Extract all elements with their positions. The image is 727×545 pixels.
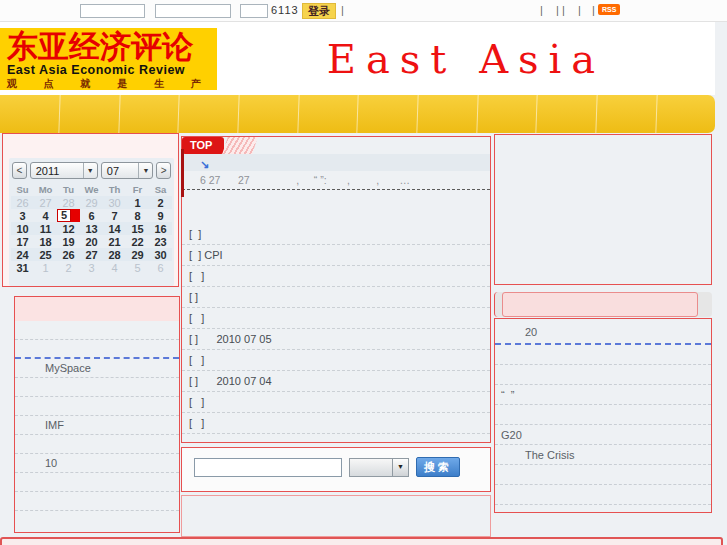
login-button[interactable]: 登录	[302, 3, 336, 19]
calendar-day[interactable]: 27	[80, 248, 103, 261]
password-field[interactable]	[155, 4, 231, 18]
calendar-day[interactable]: 18	[34, 235, 57, 248]
calendar-prev-button[interactable]: <	[12, 162, 27, 179]
calendar-day[interactable]: 1	[126, 196, 149, 209]
article-item[interactable]: [ ]	[182, 308, 490, 329]
calendar-day[interactable]: 21	[103, 235, 126, 248]
list-item[interactable]: G20	[495, 425, 711, 445]
article-item[interactable]: [ ]	[182, 224, 490, 245]
calendar-day[interactable]: 17	[11, 235, 34, 248]
panel-accent	[181, 149, 184, 197]
tab-stripe-decoration	[223, 137, 259, 154]
calendar-day[interactable]: 6	[149, 261, 172, 274]
tab-top[interactable]: TOP	[182, 137, 224, 154]
article-item[interactable]: [ ] 2010 07 04	[182, 371, 490, 392]
calendar-day[interactable]: 3	[11, 209, 34, 222]
list-item[interactable]: The Crisis	[495, 445, 711, 465]
list-item[interactable]	[15, 397, 179, 416]
calendar-day[interactable]: 28	[57, 196, 80, 209]
nav-item[interactable]	[119, 95, 180, 133]
calendar-day[interactable]: 22	[126, 235, 149, 248]
list-item[interactable]: IMF	[15, 416, 179, 435]
article-item[interactable]: [ ]	[182, 287, 490, 308]
calendar-day[interactable]: 12	[57, 222, 80, 235]
nav-item[interactable]	[0, 95, 60, 133]
calendar-day[interactable]: 1	[34, 261, 57, 274]
calendar-day[interactable]: 19	[57, 235, 80, 248]
calendar-day[interactable]: 9	[149, 209, 172, 222]
captcha-code: 6113	[271, 4, 299, 16]
article-item[interactable]: [ ] 2010 07 05	[182, 329, 490, 350]
search-button[interactable]: 搜索	[416, 457, 460, 477]
calendar-day[interactable]: 26	[11, 196, 34, 209]
list-item[interactable]	[495, 345, 711, 365]
nav-item[interactable]	[536, 95, 597, 133]
calendar-day[interactable]: 28	[103, 248, 126, 261]
calendar-day[interactable]: 29	[80, 196, 103, 209]
calendar-day[interactable]: 30	[103, 196, 126, 209]
nav-item[interactable]	[178, 95, 239, 133]
list-item[interactable]: 20	[495, 319, 711, 345]
calendar-day[interactable]: 4	[103, 261, 126, 274]
list-item[interactable]	[495, 485, 711, 505]
calendar-day[interactable]: 15	[126, 222, 149, 235]
nav-item[interactable]	[656, 95, 716, 133]
calendar-next-button[interactable]: >	[156, 162, 171, 179]
list-item[interactable]	[495, 465, 711, 485]
year-select[interactable]: 2011 ▼	[30, 162, 98, 179]
list-item[interactable]	[15, 378, 179, 397]
article-item[interactable]: [ ]	[182, 392, 490, 413]
list-item[interactable]: “ ”	[495, 385, 711, 405]
search-input[interactable]	[194, 458, 342, 477]
list-item[interactable]	[495, 405, 711, 425]
nav-item[interactable]	[596, 95, 657, 133]
calendar-day[interactable]: 30	[149, 248, 172, 261]
list-item[interactable]	[15, 340, 179, 359]
calendar-day[interactable]: 6	[80, 209, 103, 222]
nav-item[interactable]	[357, 95, 418, 133]
calendar-day[interactable]: 8	[126, 209, 149, 222]
calendar-day[interactable]: 31	[11, 261, 34, 274]
nav-item[interactable]	[238, 95, 299, 133]
calendar-day[interactable]: 3	[80, 261, 103, 274]
list-item[interactable]: 10	[15, 454, 179, 473]
nav-item[interactable]	[59, 95, 120, 133]
nav-item[interactable]	[417, 95, 478, 133]
calendar-day[interactable]: 14	[103, 222, 126, 235]
article-item[interactable]: [ ]	[182, 266, 490, 287]
article-item[interactable]: [ ]	[182, 350, 490, 371]
calendar-day[interactable]: 23	[149, 235, 172, 248]
rss-icon[interactable]: RSS	[598, 4, 620, 15]
list-item[interactable]	[15, 321, 179, 340]
calendar-day[interactable]: 27	[34, 196, 57, 209]
calendar-day[interactable]: 13	[80, 222, 103, 235]
nav-item[interactable]	[298, 95, 359, 133]
list-item[interactable]	[15, 473, 179, 492]
list-item[interactable]	[15, 435, 179, 454]
calendar-day[interactable]: 11	[34, 222, 57, 235]
article-item[interactable]: [ ]	[182, 413, 490, 434]
calendar-day[interactable]: 7	[103, 209, 126, 222]
calendar-day[interactable]: 4	[34, 209, 57, 222]
calendar-day[interactable]: 5	[126, 261, 149, 274]
calendar-day[interactable]: 26	[57, 248, 80, 261]
calendar-day[interactable]: 25	[34, 248, 57, 261]
calendar-day[interactable]: 10	[11, 222, 34, 235]
month-select[interactable]: 07 ▼	[101, 162, 154, 179]
calendar-day[interactable]: 29	[126, 248, 149, 261]
calendar-day[interactable]: 2	[57, 261, 80, 274]
calendar-day-selected[interactable]: 5	[57, 209, 80, 222]
list-item[interactable]	[495, 365, 711, 385]
calendar-day[interactable]: 24	[11, 248, 34, 261]
search-category-select[interactable]: ▼	[349, 458, 409, 477]
username-field[interactable]	[80, 4, 145, 18]
nav-item[interactable]	[477, 95, 538, 133]
list-item[interactable]: MySpace	[15, 359, 179, 378]
calendar-day[interactable]: 20	[80, 235, 103, 248]
list-item[interactable]	[15, 492, 179, 511]
calendar-day[interactable]: 2	[149, 196, 172, 209]
site-logo[interactable]: 东亚经济评论 East Asia Economic Review 观 点 就 是…	[0, 28, 217, 90]
captcha-field[interactable]	[240, 4, 268, 18]
article-item[interactable]: [ ] CPI	[182, 245, 490, 266]
calendar-day[interactable]: 16	[149, 222, 172, 235]
